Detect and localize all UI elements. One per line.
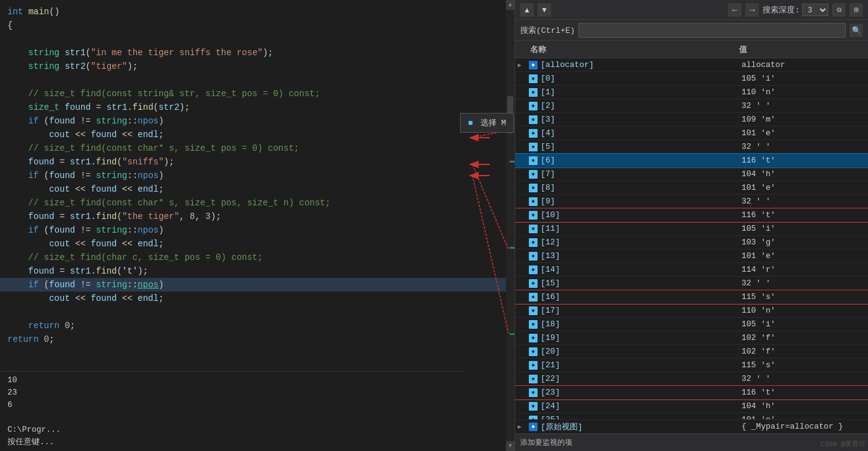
watch-list[interactable]: ▶◆[allocator]allocator◆[0]105 'i'◆[1]110…: [515, 58, 868, 419]
watch-row[interactable]: ◆[5]32 ' ': [515, 140, 868, 154]
row-name: [25]: [541, 415, 742, 419]
row-value: 101 'e': [742, 251, 866, 261]
watch-row[interactable]: ◆[23]116 't': [515, 386, 868, 400]
copy-btn[interactable]: ⧉: [832, 3, 846, 17]
watch-row[interactable]: ◆[20]102 'f': [515, 345, 868, 359]
row-value: 102 'f': [742, 347, 866, 356]
row-value: 116 't': [742, 388, 866, 397]
watch-row[interactable]: ◆[22]32 ' ': [515, 372, 868, 386]
select-popup[interactable]: ■ 选择 M: [460, 113, 514, 133]
row-name: [原始视图]: [541, 421, 742, 432]
scroll-up-btn[interactable]: ▲: [506, 0, 515, 10]
row-name: [21]: [541, 360, 742, 370]
row-icon: ◆: [528, 265, 539, 275]
row-name: [13]: [541, 251, 742, 261]
code-line: found = str1.find("sniffs");: [0, 155, 515, 169]
watch-row[interactable]: ◆[21]115 's': [515, 359, 868, 372]
watch-row[interactable]: ◆[17]110 'n': [515, 304, 868, 318]
watch-row[interactable]: ◆[10]116 't': [515, 208, 868, 222]
code-line: string str1("in me the tiger sniffs the …: [0, 46, 515, 60]
expand-icon: ▶: [518, 61, 528, 69]
watch-row[interactable]: ◆[25]101 'e': [515, 413, 868, 419]
row-icon: ◆: [528, 197, 539, 207]
search-depth-label: 搜索深度: 3 1 2 4 5: [763, 4, 828, 16]
row-name: [8]: [541, 183, 742, 192]
row-icon: ◆: [528, 292, 539, 302]
nav-forward-btn[interactable]: →: [745, 3, 759, 17]
row-icon: ◆: [528, 115, 539, 125]
watch-row[interactable]: ◆[19]102 'f': [515, 331, 868, 345]
watch-row[interactable]: ◆[3]109 'm': [515, 113, 868, 127]
watch-row[interactable]: ◆[7]104 'h': [515, 167, 868, 181]
row-name: [5]: [541, 142, 742, 151]
row-name: [6]: [541, 156, 742, 165]
footer-row[interactable]: ▶◆[原始视图]{ _Mypair=allocator }: [515, 420, 868, 434]
console-line: 6: [7, 399, 458, 411]
row-value: 110 'n': [742, 306, 866, 315]
watch-row[interactable]: ◆[24]104 'h': [515, 400, 868, 413]
code-line: int main(): [0, 5, 515, 19]
code-line: cout << found << endl;: [0, 128, 515, 141]
row-name: [0]: [541, 74, 742, 83]
row-icon: ◆: [528, 156, 539, 166]
scroll-up-toolbar-btn[interactable]: ▲: [520, 3, 534, 17]
watch-row[interactable]: ◆[18]105 'i': [515, 318, 868, 331]
row-value: 32 ' ': [742, 142, 866, 151]
watch-row[interactable]: ◆[16]115 's': [515, 290, 868, 304]
row-name: [1]: [541, 87, 742, 97]
watch-row[interactable]: ◆[4]101 'e': [515, 127, 868, 140]
row-value: 116 't': [742, 156, 866, 165]
scroll-down-toolbar-btn[interactable]: ▼: [538, 3, 551, 17]
row-icon: ◆: [528, 169, 539, 179]
scroll-down-btn[interactable]: ▼: [506, 441, 515, 451]
code-line: size_t found = str1.find(str2);: [0, 100, 515, 114]
grid-btn[interactable]: ⊞: [849, 3, 863, 17]
nav-back-btn[interactable]: ←: [728, 3, 742, 17]
watch-row[interactable]: ◆[8]101 'e': [515, 181, 868, 195]
watch-row[interactable]: ▶◆[allocator]allocator: [515, 58, 868, 72]
row-name: [20]: [541, 347, 742, 356]
watch-row[interactable]: ◆[6]116 't': [515, 154, 868, 167]
watch-row[interactable]: ◆[12]103 'g': [515, 236, 868, 249]
watch-row[interactable]: ◆[11]105 'i': [515, 222, 868, 236]
row-icon: ◆: [528, 224, 539, 234]
code-line: cout << found << endl;: [0, 237, 515, 251]
watch-row[interactable]: ◆[13]101 'e': [515, 249, 868, 263]
scroll-track[interactable]: [506, 10, 515, 441]
add-watch-bar[interactable]: 添加要监视的项: [515, 434, 868, 451]
popup-icon: ■: [468, 118, 473, 128]
watch-row[interactable]: ◆[15]32 ' ': [515, 277, 868, 290]
row-name: [4]: [541, 128, 742, 138]
row-name: [19]: [541, 333, 742, 342]
row-value: 101 'e': [742, 183, 866, 192]
depth-text: 搜索深度:: [763, 4, 800, 16]
row-value: 109 'm': [742, 115, 866, 124]
code-line: string str2("tiger");: [0, 60, 515, 73]
watch-row[interactable]: ◆[2]32 ' ': [515, 99, 868, 113]
vertical-scrollbar[interactable]: ▲ ▼: [506, 0, 515, 451]
row-icon: ◆: [528, 279, 539, 288]
row-icon: ◆: [528, 374, 539, 384]
row-icon: ◆: [528, 401, 539, 411]
console-line: 10: [7, 374, 458, 386]
row-name: [22]: [541, 374, 742, 383]
depth-select[interactable]: 3 1 2 4 5: [802, 4, 828, 16]
console-output: 10 23 6 C:\Progr... 按任意键...: [0, 371, 465, 451]
search-input[interactable]: [578, 23, 846, 38]
code-line: if (found != string::npos): [0, 114, 515, 128]
row-value: 101 'e': [742, 415, 866, 419]
row-icon: ◆: [528, 60, 539, 70]
watch-row[interactable]: ◆[9]32 ' ': [515, 195, 868, 208]
code-line: return 0;: [0, 333, 515, 346]
watch-row[interactable]: ◆[0]105 'i': [515, 72, 868, 86]
watch-row[interactable]: ◆[14]114 'r': [515, 263, 868, 277]
row-value: allocator: [742, 60, 866, 69]
row-icon: ◆: [528, 87, 539, 97]
search-btn[interactable]: 🔍: [849, 24, 863, 37]
code-line: [0, 305, 515, 319]
row-value: 110 'n': [742, 87, 866, 97]
row-icon: ◆: [528, 360, 539, 370]
watch-row[interactable]: ◆[1]110 'n': [515, 86, 868, 99]
code-line: // size_t find(const string& str, size_t…: [0, 87, 515, 100]
row-value: 114 'r': [742, 265, 866, 274]
